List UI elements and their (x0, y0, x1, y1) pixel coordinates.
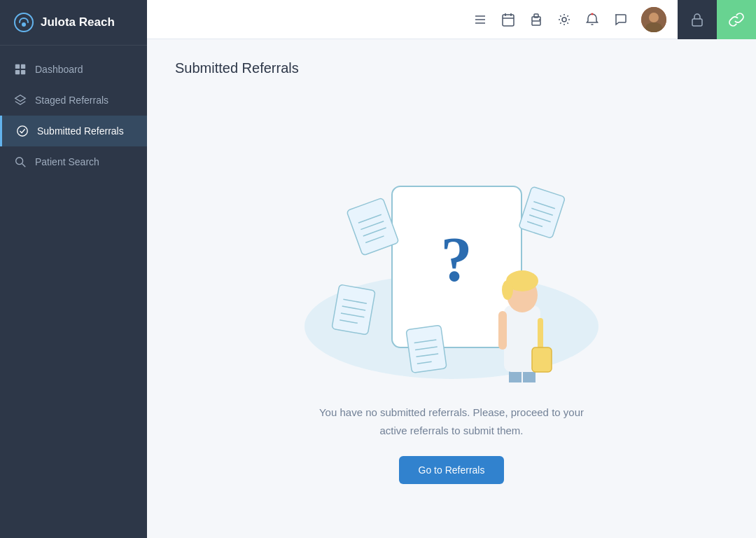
topbar-icons (147, 7, 678, 32)
empty-message: You have no submitted referrals. Please,… (304, 404, 598, 439)
svg-point-8 (16, 158, 23, 165)
svg-rect-58 (532, 347, 552, 372)
svg-point-19 (539, 19, 540, 20)
layers-icon (14, 94, 27, 106)
sidebar-item-dashboard-label: Dashboard (35, 64, 83, 75)
calendar-icon-btn[interactable] (496, 7, 521, 32)
svg-point-55 (502, 280, 513, 300)
svg-rect-18 (534, 14, 538, 18)
calendar-icon (501, 13, 515, 27)
sidebar-item-staged-referrals-label: Staged Referrals (35, 95, 108, 106)
sidebar-item-patient-search-label: Patient Search (35, 156, 99, 167)
link-icon (729, 12, 744, 27)
search-icon (14, 156, 27, 168)
svg-rect-2 (15, 64, 20, 69)
print-icon (529, 13, 543, 27)
svg-rect-26 (692, 19, 702, 26)
svg-point-24 (649, 13, 659, 22)
svg-rect-45 (406, 325, 447, 373)
avatar[interactable] (641, 7, 666, 32)
lock-icon (690, 12, 705, 27)
svg-rect-40 (332, 284, 375, 335)
svg-rect-56 (498, 311, 507, 350)
logo: Julota Reach (0, 0, 147, 46)
sidebar-item-patient-search[interactable]: Patient Search (0, 146, 147, 177)
go-to-referrals-button[interactable]: Go to Referrals (399, 456, 505, 484)
link-button[interactable] (717, 0, 756, 39)
main-area: Submitted Referrals ? (147, 0, 756, 538)
svg-rect-35 (519, 186, 566, 238)
svg-point-1 (22, 22, 26, 27)
lock-button[interactable] (678, 0, 717, 39)
list-icon-btn[interactable] (468, 7, 493, 32)
empty-state-illustration: ? (284, 130, 620, 382)
chat-icon (613, 13, 627, 27)
svg-marker-6 (15, 95, 25, 102)
sidebar-item-staged-referrals[interactable]: Staged Referrals (0, 85, 147, 116)
dashboard-icon (14, 63, 27, 76)
svg-text:?: ? (441, 225, 472, 294)
svg-rect-30 (346, 198, 399, 256)
notification-icon (585, 13, 599, 27)
sidebar: Julota Reach Dashboard Staged Referrals (0, 0, 147, 538)
topbar-action-buttons (678, 0, 756, 39)
page-title: Submitted Referrals (175, 60, 728, 76)
settings-icon-btn[interactable] (552, 7, 577, 32)
topbar (147, 0, 756, 39)
svg-rect-3 (21, 64, 25, 69)
logo-icon (14, 13, 34, 32)
sidebar-nav: Dashboard Staged Referrals Submitted Ref… (0, 46, 147, 186)
avatar-image (641, 7, 666, 32)
page-content: Submitted Referrals ? (147, 39, 756, 538)
notification-icon-btn[interactable] (580, 7, 605, 32)
app-name: Julota Reach (41, 15, 115, 29)
svg-rect-13 (503, 15, 514, 26)
svg-rect-5 (21, 70, 25, 74)
svg-point-20 (562, 18, 566, 22)
svg-line-9 (22, 164, 26, 167)
svg-point-7 (18, 126, 27, 136)
print-icon-btn[interactable] (524, 7, 549, 32)
illustration: ? (284, 130, 620, 382)
svg-rect-4 (15, 70, 20, 74)
chat-icon-btn[interactable] (608, 7, 633, 32)
gear-icon (557, 13, 571, 27)
svg-point-21 (592, 13, 594, 15)
empty-state: ? (175, 97, 728, 517)
sidebar-item-submitted-referrals-label: Submitted Referrals (37, 125, 124, 137)
list-icon (473, 13, 487, 27)
sidebar-item-dashboard[interactable]: Dashboard (0, 54, 147, 85)
svg-rect-17 (532, 21, 540, 25)
check-circle-icon (16, 125, 29, 137)
sidebar-item-submitted-referrals[interactable]: Submitted Referrals (0, 116, 147, 146)
